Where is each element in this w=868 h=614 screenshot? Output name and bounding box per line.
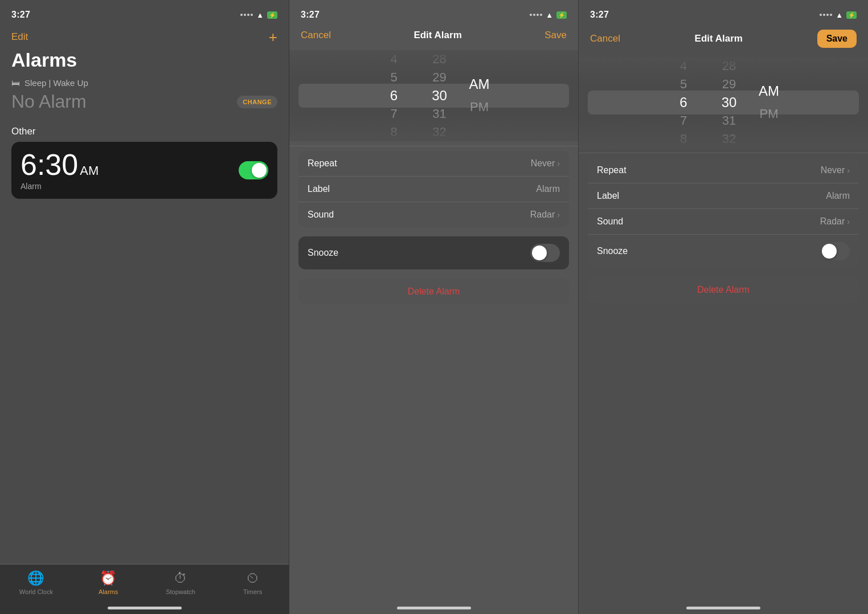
snooze-label-2: Snooze [308, 248, 338, 258]
picker-ampm-3: AM PM [752, 57, 786, 148]
min-29: 29 [432, 68, 446, 87]
min3-32: 32 [722, 130, 736, 148]
snooze-row-3[interactable]: Snooze [588, 235, 859, 268]
alarm-ampm: AM [80, 165, 99, 177]
label-label-2: Label [308, 184, 330, 194]
time-picker-2[interactable]: 4 5 6 7 8 28 29 30 31 32 AM PM [289, 50, 578, 141]
time-picker-3[interactable]: 4 5 6 7 8 28 29 30 31 32 AM PM [579, 57, 868, 148]
label-row-2[interactable]: Label Alarm [298, 177, 569, 202]
no-alarm-row: No Alarm CHANGE [11, 91, 277, 112]
signal-dot-1 [240, 14, 243, 16]
divider-3 [579, 153, 868, 153]
bed-icon: 🛏 [11, 78, 20, 88]
repeat-value-2: Never › [531, 158, 560, 169]
wifi-icon-3: ▲ [836, 11, 843, 19]
snooze-toggle-2[interactable] [530, 244, 560, 262]
alarm-toggle[interactable] [239, 161, 268, 179]
world-clock-label: World Clock [19, 588, 53, 595]
battery-icon-1: ⚡ [267, 11, 277, 19]
change-button[interactable]: CHANGE [237, 96, 277, 108]
min3-28: 28 [722, 57, 736, 75]
edit-button[interactable]: Edit [11, 31, 28, 43]
home-indicator-3 [686, 607, 760, 609]
sound-label-2: Sound [308, 210, 334, 220]
label-val-text-2: Alarm [536, 184, 560, 194]
status-bar-2: 3:27 ▲ ⚡ [289, 0, 578, 25]
status-time-2: 3:27 [301, 10, 320, 20]
wifi-icon-2: ▲ [546, 11, 553, 19]
hour-6: 6 [390, 87, 398, 105]
save-button-2[interactable]: Save [544, 30, 567, 41]
alarm-item[interactable]: 6:30AM Alarm [11, 142, 277, 199]
world-clock-icon: 🌐 [27, 570, 44, 586]
hour3-5: 5 [680, 75, 687, 93]
add-alarm-button[interactable]: + [269, 30, 277, 44]
nav-stopwatch[interactable]: ⏱ Stopwatch [163, 570, 198, 595]
cancel-button-2[interactable]: Cancel [301, 30, 331, 41]
repeat-val-text-3: Never [821, 165, 845, 175]
alarms-nav-label: Alarms [99, 588, 118, 595]
picker-minutes-2: 28 29 30 31 32 [417, 50, 462, 141]
picker-ampm-2: AM PM [462, 50, 497, 141]
snooze-toggle-3[interactable] [820, 242, 850, 260]
edit-alarm-nav-3: Cancel Edit Alarm Save [579, 25, 868, 52]
snooze-knob-3 [822, 244, 837, 259]
signal-dot-3 [247, 14, 249, 16]
sound-value-3: Radar › [820, 216, 850, 227]
label-value-3: Alarm [826, 191, 850, 201]
repeat-label-3: Repeat [597, 165, 627, 175]
min-32: 32 [432, 123, 446, 141]
signal-dot-2 [244, 14, 246, 16]
status-time-1: 3:27 [11, 10, 30, 20]
settings-group-3: Repeat Never › Label Alarm Sound Radar ›… [588, 158, 859, 268]
delete-row-3[interactable]: Delete Alarm [588, 277, 859, 303]
timers-label: Timers [243, 588, 262, 595]
alarm-label: Alarm [21, 182, 99, 191]
stopwatch-label: Stopwatch [166, 588, 195, 595]
signal-dot-4 [251, 14, 253, 16]
sound-row-2[interactable]: Sound Radar › [298, 202, 569, 227]
hour3-6: 6 [679, 93, 687, 112]
status-icons-1: ▲ ⚡ [240, 11, 277, 19]
hour3-4: 4 [680, 57, 687, 75]
hour-7: 7 [390, 105, 397, 123]
nav-world-clock[interactable]: 🌐 World Clock [19, 570, 53, 595]
other-section: Other 6:30AM Alarm [0, 119, 289, 203]
timers-icon: ⏲ [246, 570, 260, 586]
delete-text-2: Delete Alarm [408, 286, 460, 297]
sleep-label: 🛏 Sleep | Wake Up [11, 78, 277, 88]
picker-hours-2: 4 5 6 7 8 [371, 50, 417, 141]
toggle-knob [252, 163, 267, 178]
alarm-time-block: 6:30AM Alarm [21, 150, 99, 191]
settings-group-2: Repeat Never › Label Alarm Sound Radar › [298, 151, 569, 227]
save-button-3[interactable]: Save [817, 30, 857, 48]
label-row-3[interactable]: Label Alarm [588, 183, 859, 209]
other-label: Other [11, 126, 277, 137]
nav-timers[interactable]: ⏲ Timers [236, 570, 270, 595]
snooze-knob-2 [532, 245, 547, 260]
repeat-row-2[interactable]: Repeat Never › [298, 151, 569, 177]
ampm3-pm: PM [760, 103, 779, 125]
min-30: 30 [432, 87, 447, 105]
delete-group-2: Delete Alarm [298, 279, 569, 305]
min-28: 28 [432, 50, 446, 68]
alarms-nav: Edit + [0, 25, 289, 49]
sound-row-3[interactable]: Sound Radar › [588, 209, 859, 235]
repeat-chevron-2: › [557, 159, 560, 168]
alarms-title: Alarms [0, 49, 289, 78]
repeat-row-3[interactable]: Repeat Never › [588, 158, 859, 183]
nav-alarms[interactable]: ⏰ Alarms [91, 570, 125, 595]
sound-val-text-2: Radar [530, 210, 555, 220]
picker-columns-3: 4 5 6 7 8 28 29 30 31 32 AM PM [661, 57, 786, 148]
delete-row-2[interactable]: Delete Alarm [298, 279, 569, 305]
snooze-row-2[interactable]: Snooze [298, 236, 569, 269]
hour3-8: 8 [680, 130, 687, 148]
alarm-time: 6:30AM [21, 150, 99, 179]
home-indicator-2 [397, 607, 471, 609]
divider-2 [289, 146, 578, 146]
repeat-value-3: Never › [821, 165, 850, 175]
repeat-chevron-3: › [847, 166, 850, 175]
sleep-wake-text: Sleep | Wake Up [24, 78, 88, 88]
cancel-button-3[interactable]: Cancel [590, 33, 620, 44]
picker-hours-3: 4 5 6 7 8 [661, 57, 706, 148]
